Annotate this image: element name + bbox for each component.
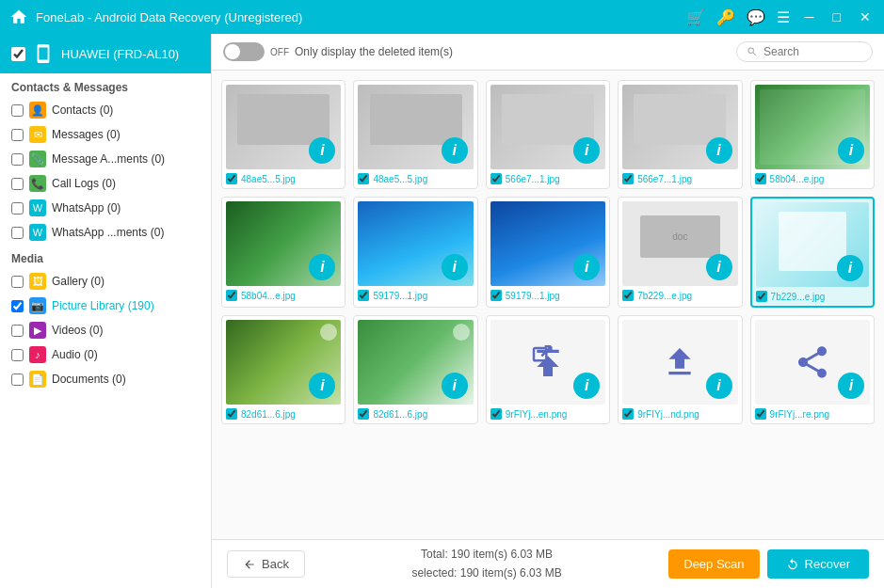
key-icon[interactable]: 🔑 <box>716 8 735 26</box>
sidebar-item-messages[interactable]: ✉ Messages (0) <box>0 122 211 147</box>
gallery-item[interactable]: i 9rFIYj...nd.png <box>618 315 742 424</box>
recover-button[interactable]: Recover <box>767 549 869 579</box>
info-badge[interactable]: i <box>706 254 732 280</box>
gallery-item[interactable]: i 566e7...1.jpg <box>486 80 610 189</box>
search-input[interactable] <box>763 45 862 58</box>
gallery-item[interactable]: i 59179...1.jpg <box>486 197 610 308</box>
item-name: 58b04...e.jpg <box>770 174 825 184</box>
titlebar-icons: 🛒 🔑 💬 ☰ ─ □ ✕ <box>686 8 875 26</box>
cart-icon[interactable]: 🛒 <box>686 8 705 26</box>
back-button[interactable]: Back <box>227 550 305 578</box>
chat-icon[interactable]: 💬 <box>747 8 765 26</box>
menu-icon[interactable]: ☰ <box>777 8 790 26</box>
item-checkbox[interactable] <box>622 173 634 184</box>
close-button[interactable]: ✕ <box>856 9 875 24</box>
gallery-item[interactable]: i 48ae5...5.jpg <box>353 80 477 189</box>
item-checkbox[interactable] <box>490 408 502 420</box>
gallery-thumb: i <box>755 320 870 405</box>
picture-library-label: Picture Library (190) <box>52 299 203 312</box>
gallery-item-selected[interactable]: i 7b229...e.jpg <box>750 197 875 308</box>
maximize-button[interactable]: □ <box>829 9 844 24</box>
contacts-checkbox[interactable] <box>11 104 24 117</box>
info-badge[interactable]: i <box>706 373 732 399</box>
messages-checkbox[interactable] <box>11 129 24 141</box>
device-header: HUAWEI (FRD-AL10) <box>0 34 211 73</box>
item-name: 9rFIYj...re.png <box>770 409 829 420</box>
sidebar-item-message-attachments[interactable]: 📎 Message A...ments (0) <box>0 147 211 171</box>
gallery-item[interactable]: i 48ae5...5.jpg <box>221 80 346 189</box>
item-checkbox[interactable] <box>755 408 766 420</box>
message-attachments-checkbox[interactable] <box>11 153 24 166</box>
item-checkbox[interactable] <box>622 408 634 420</box>
gallery-item[interactable]: i 59179...1.jpg <box>353 197 477 308</box>
item-checkbox[interactable] <box>226 173 237 184</box>
app-title: FoneLab - Android Data Recovery (Unregis… <box>36 10 686 24</box>
search-box[interactable] <box>736 41 873 62</box>
contacts-icon: 👤 <box>29 102 46 119</box>
sidebar-item-contacts[interactable]: 👤 Contacts (0) <box>0 98 211 122</box>
info-badge[interactable]: i <box>837 255 863 281</box>
gallery-checkbox[interactable] <box>11 276 24 288</box>
item-name: 566e7...1.jpg <box>506 174 560 184</box>
info-badge[interactable]: i <box>442 254 468 280</box>
item-checkbox[interactable] <box>226 290 237 301</box>
item-checkbox[interactable] <box>358 173 369 184</box>
gallery-thumb: i <box>226 320 341 405</box>
sidebar-item-whatsapp-attachments[interactable]: W WhatsApp ...ments (0) <box>0 220 211 245</box>
whatsapp-attachments-checkbox[interactable] <box>11 227 24 239</box>
info-badge[interactable]: i <box>442 373 468 399</box>
gallery-thumb: i <box>358 320 473 405</box>
info-badge[interactable]: i <box>309 137 335 164</box>
picture-library-checkbox[interactable] <box>11 300 24 312</box>
whatsapp-checkbox[interactable] <box>11 202 24 215</box>
item-name: 82d61...6.jpg <box>241 409 296 420</box>
sidebar-item-picture-library[interactable]: 📷 Picture Library (190) <box>0 294 211 318</box>
gallery-item[interactable]: doc i 7b229...e.jpg <box>618 197 742 308</box>
deep-scan-button[interactable]: Deep Scan <box>668 549 759 579</box>
info-badge[interactable]: i <box>309 254 335 280</box>
minimize-button[interactable]: ─ <box>801 9 818 24</box>
info-badge[interactable]: i <box>442 137 468 164</box>
sidebar-item-whatsapp[interactable]: W WhatsApp (0) <box>0 196 211 220</box>
toggle-button[interactable] <box>223 42 265 61</box>
gallery-thumb: i <box>756 202 869 287</box>
item-checkbox[interactable] <box>755 173 766 184</box>
item-checkbox[interactable] <box>490 290 502 301</box>
toggle-switch[interactable]: OFF Only display the deleted item(s) <box>223 42 453 61</box>
gallery-thumb: i <box>226 85 341 169</box>
gallery-item[interactable]: i 58b04...e.jpg <box>221 197 346 308</box>
call-logs-checkbox[interactable] <box>11 178 24 190</box>
videos-checkbox[interactable] <box>11 325 24 337</box>
sidebar-item-audio[interactable]: ♪ Audio (0) <box>0 342 211 367</box>
sidebar-item-call-logs[interactable]: 📞 Call Logs (0) <box>0 171 211 196</box>
item-checkbox[interactable] <box>622 290 634 301</box>
item-checkbox[interactable] <box>226 408 237 420</box>
gallery-thumb: i <box>622 85 737 169</box>
gallery-item[interactable]: i 9rFIYj...en.png <box>486 315 610 424</box>
info-badge[interactable]: i <box>573 137 600 164</box>
item-name: 59179...1.jpg <box>373 291 427 301</box>
gallery-item[interactable]: i 9rFIYj...re.png <box>750 315 875 424</box>
item-checkbox[interactable] <box>358 290 369 301</box>
topbar: OFF Only display the deleted item(s) <box>212 34 884 71</box>
info-badge[interactable]: i <box>309 373 335 399</box>
info-badge[interactable]: i <box>838 373 864 399</box>
sidebar-item-documents[interactable]: 📄 Documents (0) <box>0 367 211 391</box>
gallery-item[interactable]: i 566e7...1.jpg <box>618 80 742 189</box>
gallery-item[interactable]: i 58b04...e.jpg <box>750 80 875 189</box>
info-badge[interactable]: i <box>573 254 600 280</box>
audio-label: Audio (0) <box>52 348 203 361</box>
item-checkbox[interactable] <box>756 291 767 302</box>
gallery-item[interactable]: i 82d61...6.jpg <box>353 315 477 424</box>
sidebar-item-gallery[interactable]: 🖼 Gallery (0) <box>0 269 211 294</box>
info-badge[interactable]: i <box>706 137 732 164</box>
sidebar-item-videos[interactable]: ▶ Videos (0) <box>0 318 211 342</box>
documents-checkbox[interactable] <box>11 373 24 386</box>
item-checkbox[interactable] <box>490 173 502 184</box>
item-checkbox[interactable] <box>358 408 369 420</box>
audio-checkbox[interactable] <box>11 349 24 361</box>
device-checkbox[interactable] <box>11 47 25 61</box>
info-badge[interactable]: i <box>838 137 864 164</box>
info-badge[interactable]: i <box>573 373 600 399</box>
gallery-item[interactable]: i 82d61...6.jpg <box>221 315 346 424</box>
